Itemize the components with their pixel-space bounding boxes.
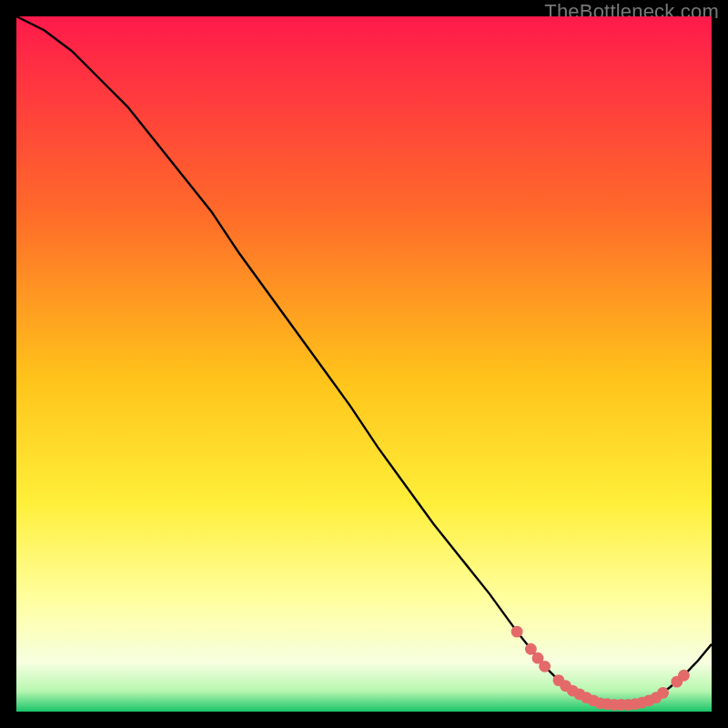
highlight-dot [657,687,669,699]
highlight-dot [511,626,523,638]
highlight-dot [539,661,551,672]
plot-area [16,16,712,712]
highlight-dot [678,670,690,682]
plot-svg [16,16,712,712]
chart-frame: TheBottleneck.com [0,0,728,728]
gradient-background [16,16,712,712]
